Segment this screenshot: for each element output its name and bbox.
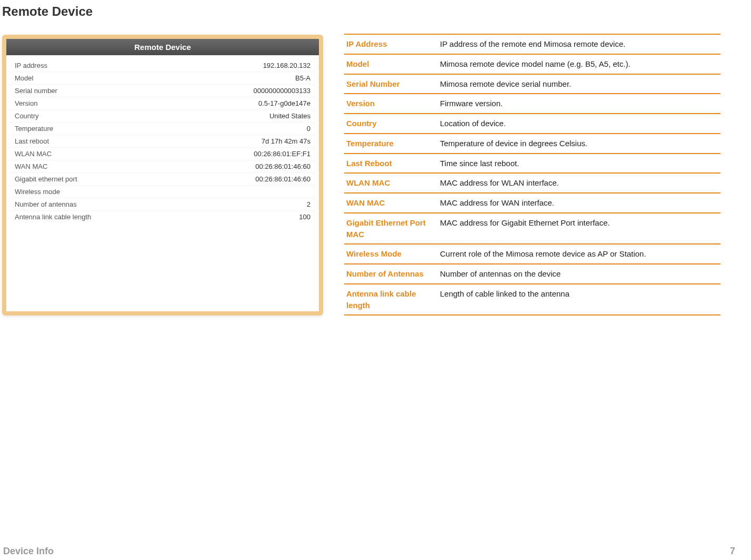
panel-row-label: Wireless mode — [15, 188, 60, 196]
desc-row-label: IP Address — [346, 38, 440, 50]
panel-row-label: Temperature — [15, 125, 53, 133]
desc-row: Serial NumberMimosa remote device serial… — [344, 74, 720, 95]
desc-row-value: Temperature of device in degrees Celsius… — [440, 138, 587, 149]
panel-row: CountryUnited States — [8, 110, 317, 123]
panel-row-value: 0 — [307, 125, 311, 133]
desc-row-value: Mimosa remote device model name (e.g. B5… — [440, 58, 630, 70]
panel-row-label: Last reboot — [15, 137, 49, 145]
panel-row-value: 00:26:86:01:46:60 — [255, 162, 311, 170]
page-number: 7 — [730, 546, 735, 557]
panel-row-value: 2 — [307, 200, 311, 208]
panel-row-label: Model — [15, 74, 33, 82]
panel-row-label: WAN MAC — [15, 162, 47, 170]
description-table: IP AddressIP address of the remote end M… — [344, 35, 720, 315]
desc-row-value: Number of antennas on the device — [440, 268, 560, 280]
panel-row: IP address192.168.20.132 — [8, 59, 317, 72]
footer: Device Info 7 — [3, 546, 735, 557]
panel-row-value: 00:26:86:01:46:60 — [255, 175, 311, 183]
panel-row: Serial number000000000003133 — [8, 85, 317, 97]
panel-row: Antenna link cable length100 — [8, 211, 317, 223]
panel-row-value: 7d 17h 42m 47s — [262, 137, 311, 145]
panel-row-label: Country — [15, 112, 39, 120]
panel-row-label: Serial number — [15, 87, 57, 95]
panel-row: Temperature0 — [8, 123, 317, 135]
desc-row-label: Last Reboot — [346, 158, 440, 169]
desc-row-value: MAC address for WAN interface. — [440, 197, 554, 209]
panel-row-value: 100 — [299, 213, 311, 221]
desc-row-value: MAC address for WLAN interface. — [440, 177, 559, 189]
desc-row-label: Version — [346, 98, 440, 109]
panel-row-label: Gigabit ethernet port — [15, 175, 77, 183]
desc-row: TemperatureTemperature of device in degr… — [344, 133, 720, 154]
panel-row-label: Version — [15, 99, 37, 107]
desc-row: Gigabit Ethernet Port MACMAC address for… — [344, 212, 720, 245]
desc-row-label: Temperature — [346, 138, 440, 149]
desc-row: IP AddressIP address of the remote end M… — [344, 34, 720, 55]
desc-row-label: WAN MAC — [346, 197, 440, 209]
panel-row-value: 0.5-17-g0de147e — [258, 99, 311, 107]
panel-row: Wireless mode — [8, 186, 317, 198]
panel-row-value: United States — [269, 112, 311, 120]
desc-row-value: Firmware version. — [440, 98, 503, 109]
panel-body: IP address192.168.20.132ModelB5-ASerial … — [6, 55, 319, 224]
desc-row-value: Current role of the Mimosa remote device… — [440, 248, 646, 260]
panel-row: WAN MAC00:26:86:01:46:60 — [8, 160, 317, 173]
panel-row-label: IP address — [15, 62, 47, 69]
desc-row: CountryLocation of device. — [344, 113, 720, 134]
desc-row: VersionFirmware version. — [344, 93, 720, 114]
desc-row: WLAN MACMAC address for WLAN interface. — [344, 172, 720, 194]
desc-row-label: Model — [346, 58, 440, 70]
panel-row: WLAN MAC00:26:86:01:EF:F1 — [8, 148, 317, 160]
desc-row: Wireless ModeCurrent role of the Mimosa … — [344, 243, 720, 264]
desc-row-value: MAC address for Gigabit Ethernet Port in… — [440, 217, 610, 240]
desc-row: WAN MACMAC address for WAN interface. — [344, 192, 720, 213]
desc-row-label: Number of Antennas — [346, 268, 440, 280]
desc-row: Antenna link cable lengthLength of cable… — [344, 283, 720, 316]
panel-row-value: B5-A — [295, 74, 311, 82]
panel-row-value: 00:26:86:01:EF:F1 — [254, 150, 311, 158]
panel-row: Gigabit ethernet port00:26:86:01:46:60 — [8, 173, 317, 186]
panel-row: Number of antennas2 — [8, 198, 317, 211]
panel-row: Last reboot7d 17h 42m 47s — [8, 135, 317, 148]
desc-row-label: Antenna link cable length — [346, 288, 440, 311]
footer-section: Device Info — [3, 546, 54, 557]
desc-row: Last RebootTime since last reboot. — [344, 153, 720, 174]
page-title: Remote Device — [0, 0, 751, 19]
content-wrap: Remote Device IP address192.168.20.132Mo… — [0, 19, 751, 315]
panel-row-value: 192.168.20.132 — [263, 62, 311, 69]
panel-row-label: WLAN MAC — [15, 150, 52, 158]
desc-row-value: Length of cable linked to the antenna — [440, 288, 569, 311]
desc-row-label: Wireless Mode — [346, 248, 440, 260]
desc-row-value: Time since last reboot. — [440, 158, 519, 169]
desc-row: Number of AntennasNumber of antennas on … — [344, 263, 720, 284]
desc-row-value: IP address of the remote end Mimosa remo… — [440, 38, 625, 50]
panel-row: ModelB5-A — [8, 72, 317, 85]
panel-row: Version0.5-17-g0de147e — [8, 97, 317, 110]
desc-row-label: Country — [346, 118, 440, 129]
remote-device-panel: Remote Device IP address192.168.20.132Mo… — [2, 35, 323, 315]
panel-header: Remote Device — [6, 39, 319, 55]
desc-row: ModelMimosa remote device model name (e.… — [344, 54, 720, 75]
desc-row-value: Mimosa remote device serial number. — [440, 78, 571, 90]
desc-row-label: WLAN MAC — [346, 177, 440, 189]
desc-row-value: Location of device. — [440, 118, 506, 129]
panel-row-label: Antenna link cable length — [15, 213, 91, 221]
desc-row-label: Serial Number — [346, 78, 440, 90]
desc-row-label: Gigabit Ethernet Port MAC — [346, 217, 440, 240]
panel-row-value: 000000000003133 — [254, 87, 311, 95]
panel-row-label: Number of antennas — [15, 200, 77, 208]
